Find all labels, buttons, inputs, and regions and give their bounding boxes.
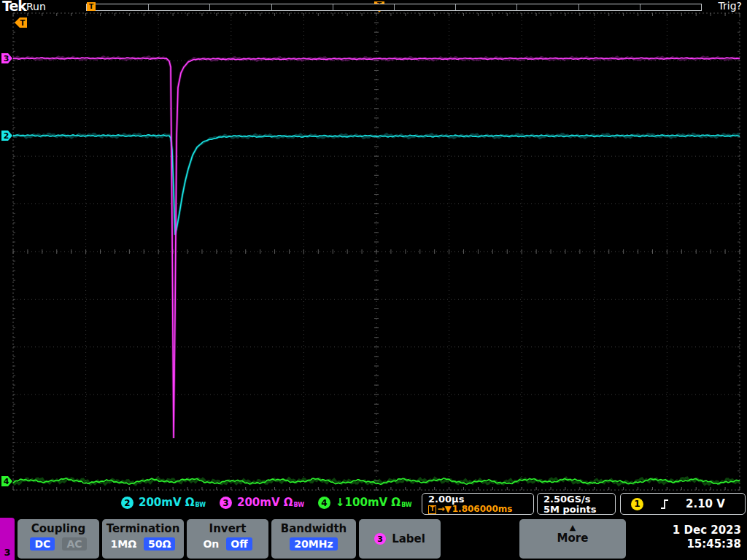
- channel2-marker-label: 2: [4, 131, 9, 141]
- label-channel-badge: 3: [374, 533, 386, 545]
- invert-button[interactable]: Invert On Off: [187, 519, 268, 559]
- record-length: 5M points: [543, 505, 609, 515]
- channel3-impedance: Ω: [284, 496, 293, 509]
- horizontal-delay: T→▼1.806000ms: [428, 505, 527, 514]
- termination-title: Termination: [102, 523, 184, 535]
- bottom-menu-bar: 3 Coupling DC AC Termination 1MΩ 50Ω Inv…: [0, 518, 747, 560]
- date-text: 1 Dec 2023: [673, 524, 741, 537]
- trigger-readout-box[interactable]: 1 2.10 V: [620, 493, 746, 515]
- invert-option-on[interactable]: On: [203, 537, 219, 551]
- channel4-badge[interactable]: 4: [318, 497, 330, 509]
- record-view-bar[interactable]: [86, 4, 702, 11]
- delay-trigger-icon: T: [428, 505, 436, 514]
- channel2-badge[interactable]: 2: [121, 497, 133, 509]
- waveform-ch3: [13, 58, 740, 438]
- trigger-status-indicator: Trig?: [719, 0, 742, 12]
- delay-value: 1.806000ms: [452, 505, 513, 514]
- channel3-badge[interactable]: 3: [220, 497, 232, 509]
- channel3-readout[interactable]: 3 200mV ΩBW: [220, 496, 304, 510]
- graticule-canvas: 234TT: [0, 0, 747, 492]
- channel4-scale: ↓100mV: [336, 496, 387, 509]
- waveform-ch2-fuzz: [13, 134, 740, 235]
- termination-button[interactable]: Termination 1MΩ 50Ω: [102, 519, 184, 559]
- channel2-impedance: Ω: [185, 496, 195, 509]
- channel4-bw-indicator: BW: [401, 502, 411, 508]
- invert-option-off[interactable]: Off: [226, 537, 252, 551]
- acquisition-readout-box[interactable]: 2.50GS/s 5M points: [537, 493, 616, 515]
- more-button[interactable]: ▲ More: [519, 519, 626, 559]
- channel3-scale: 200mV: [237, 496, 280, 509]
- bandwidth-title: Bandwidth: [271, 523, 356, 535]
- waveform-ch3-fuzz: [13, 57, 740, 438]
- bandwidth-button[interactable]: Bandwidth 20MHz: [271, 519, 356, 559]
- trigger-source-badge[interactable]: 1: [631, 498, 643, 510]
- channel4-impedance: Ω: [391, 496, 400, 509]
- channel3-marker-label: 3: [4, 54, 9, 63]
- more-title: More: [519, 532, 626, 544]
- coupling-option-ac[interactable]: AC: [62, 537, 86, 551]
- bandwidth-option-20mhz[interactable]: 20MHz: [290, 537, 337, 551]
- channel2-bw-indicator: BW: [196, 502, 206, 508]
- coupling-option-dc[interactable]: DC: [30, 537, 55, 551]
- channel3-bw-indicator: BW: [294, 502, 304, 508]
- menu-channel-tab[interactable]: 3: [0, 518, 15, 560]
- acquisition-status: Run: [26, 1, 46, 12]
- termination-option-50ohm[interactable]: 50Ω: [144, 537, 175, 551]
- label-button[interactable]: 3 Label: [359, 519, 441, 559]
- datetime-display: 1 Dec 2023 15:45:38: [673, 524, 741, 551]
- rising-edge-icon: [659, 499, 670, 510]
- trigger-level: 2.10 V: [686, 497, 725, 510]
- channel4-readout[interactable]: 4 ↓100mV ΩBW: [318, 496, 412, 510]
- delay-prefix: →▼: [437, 505, 451, 514]
- oscilloscope-screen: 234TT Tek Run T Trig? 2 200mV ΩBW 3 200m…: [0, 0, 747, 560]
- label-title: Label: [392, 533, 425, 545]
- record-trigger-icon: T: [87, 2, 96, 11]
- horizontal-scale: 2.00μs: [428, 494, 527, 505]
- channel2-scale: 200mV: [139, 496, 182, 509]
- termination-option-1mohm[interactable]: 1MΩ: [111, 537, 137, 551]
- coupling-button[interactable]: Coupling DC AC: [18, 519, 99, 559]
- sample-rate: 2.50GS/s: [543, 494, 609, 505]
- tek-logo: Tek: [2, 0, 26, 14]
- channel4-marker-label: 4: [4, 477, 9, 486]
- coupling-title: Coupling: [18, 523, 99, 535]
- time-text: 15:45:38: [673, 537, 741, 551]
- horizontal-readout-box[interactable]: 2.00μs T→▼1.806000ms: [422, 493, 534, 515]
- channel2-readout[interactable]: 2 200mV ΩBW: [121, 496, 206, 510]
- svg-text:T: T: [20, 19, 26, 27]
- invert-title: Invert: [187, 523, 268, 535]
